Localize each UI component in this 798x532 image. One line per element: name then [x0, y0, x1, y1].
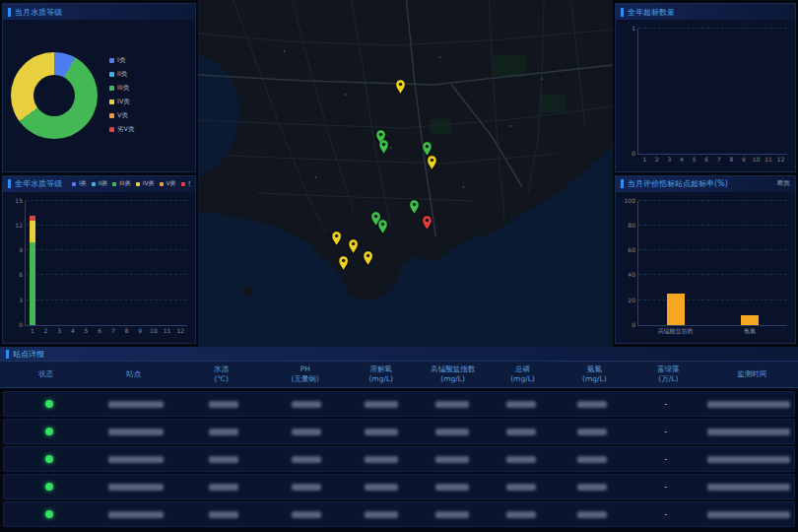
table-cell: [557, 510, 628, 519]
legend-label: IV类: [117, 98, 130, 106]
legend-swatch: [181, 182, 185, 186]
redacted-value: [292, 484, 321, 491]
panel-year-exceed-header: 全年超标数量: [616, 4, 795, 20]
redacted-value: [435, 401, 469, 408]
x-axis-tick: 4: [66, 327, 80, 334]
legend-item[interactable]: V类: [160, 179, 176, 188]
table-cell: [269, 483, 344, 492]
legend-item[interactable]: II类: [92, 179, 108, 188]
table-row[interactable]: -: [3, 474, 795, 499]
table-cell: [419, 428, 486, 436]
panel-title: 当月评价指标站点超标率(%): [628, 178, 728, 189]
redacted-value: [435, 429, 469, 435]
x-axis-tick: 9: [133, 327, 147, 334]
legend-swatch: [92, 182, 96, 186]
table-row[interactable]: -: [3, 419, 795, 444]
map-pin[interactable]: [349, 239, 358, 253]
map-canvas[interactable]: [198, 0, 613, 347]
legend-label: 劣V类: [117, 125, 134, 134]
table-cell: [703, 483, 794, 492]
panel-month-rate-header: 当月评价指标站点超标率(%) 断面: [616, 176, 795, 192]
legend-label: III类: [119, 179, 130, 188]
map-pin[interactable]: [410, 200, 419, 214]
map-pin[interactable]: [378, 220, 387, 233]
y-axis-tick: 15: [15, 198, 23, 204]
y-axis-tick: 40: [628, 272, 635, 278]
legend-item[interactable]: IV类: [136, 179, 155, 188]
table-row[interactable]: -: [3, 501, 795, 527]
table-cell: [557, 428, 628, 436]
map-pin[interactable]: [423, 142, 432, 156]
legend-item[interactable]: 劣V类: [109, 125, 134, 134]
legend-item[interactable]: V类: [109, 111, 134, 120]
header-accent: [8, 179, 11, 188]
redacted-value: [707, 456, 790, 463]
x-axis: 123456789101112: [26, 327, 187, 334]
x-axis: 123456789101112: [638, 156, 787, 163]
map-pin[interactable]: [332, 232, 341, 245]
map-pins-layer: [198, 0, 613, 347]
x-axis-tick: 6: [700, 156, 713, 163]
status-dot: [45, 510, 53, 518]
table-cell: [344, 455, 419, 464]
map-pin[interactable]: [364, 251, 372, 265]
year-exceed-plot: 10123456789101112: [637, 29, 787, 155]
redacted-value: [707, 429, 790, 435]
x-axis-tick: 5: [80, 327, 94, 334]
column-header: 氨氮(mg/L): [559, 365, 631, 384]
left-column: 当月水质等级 I类II类III类IV类V类劣V类 全年水质等级 I类II类III…: [0, 0, 198, 347]
year-quality-plot: 15129630123456789101112: [25, 201, 187, 327]
panel-title: 当月水质等级: [15, 7, 62, 18]
legend-item[interactable]: II类: [109, 70, 134, 79]
legend-item[interactable]: III类: [109, 84, 134, 93]
x-axis-tick: 7: [712, 156, 725, 163]
table-cell: -: [629, 455, 703, 464]
legend-swatch: [160, 182, 164, 186]
legend-item[interactable]: IV类: [109, 98, 134, 106]
panel-month-quality-header: 当月水质等级: [3, 4, 195, 20]
redacted-value: [365, 456, 398, 463]
panel-year-quality-header: 全年水质等级 I类II类III类IV类V类劣V类: [3, 176, 195, 192]
legend-item[interactable]: III类: [112, 179, 130, 188]
year-exceed-chart: 10123456789101112: [616, 20, 795, 171]
redacted-value: [209, 511, 238, 518]
legend-label: I类: [79, 179, 87, 188]
table-cell: [419, 400, 486, 409]
table-title: 站点详报: [13, 349, 44, 360]
top-area: 当月水质等级 I类II类III类IV类V类劣V类 全年水质等级 I类II类III…: [0, 0, 798, 347]
y-axis-tick: 1: [632, 26, 635, 32]
redacted-value: [365, 401, 398, 408]
redacted-value: [365, 511, 398, 518]
legend-label: 劣V类: [188, 179, 190, 188]
table-row[interactable]: -: [3, 446, 795, 472]
map-pin[interactable]: [428, 156, 436, 169]
x-axis-tick: 1: [638, 156, 651, 163]
legend-item[interactable]: I类: [109, 56, 134, 65]
legend-label: II类: [117, 70, 127, 79]
donut-chart: [11, 52, 98, 139]
redacted-value: [209, 484, 238, 491]
map-pin[interactable]: [379, 140, 388, 154]
x-axis-tick: 8: [120, 327, 134, 334]
x-axis-tick: 2: [39, 327, 53, 334]
redacted-value: [707, 511, 790, 518]
table-row[interactable]: -: [3, 391, 795, 417]
map-pin[interactable]: [339, 256, 348, 270]
redacted-value: [209, 429, 238, 435]
table-cell: [486, 510, 557, 519]
legend-label: V类: [117, 111, 128, 120]
map-pin[interactable]: [396, 80, 405, 94]
x-axis-tick: 9: [738, 156, 751, 163]
table-cell: [95, 510, 177, 519]
legend-item[interactable]: 劣V类: [181, 179, 190, 188]
redacted-value: [577, 401, 607, 408]
redacted-value: [292, 429, 321, 435]
status-dot: [45, 455, 53, 463]
table-cell: [557, 455, 628, 464]
legend-label: II类: [99, 179, 108, 188]
section-filter[interactable]: 断面: [777, 179, 790, 188]
x-axis: 高锰酸盐指数氨氮: [638, 327, 787, 336]
legend-item[interactable]: I类: [72, 179, 87, 188]
legend-label: IV类: [143, 179, 155, 188]
map-pin[interactable]: [423, 216, 432, 230]
